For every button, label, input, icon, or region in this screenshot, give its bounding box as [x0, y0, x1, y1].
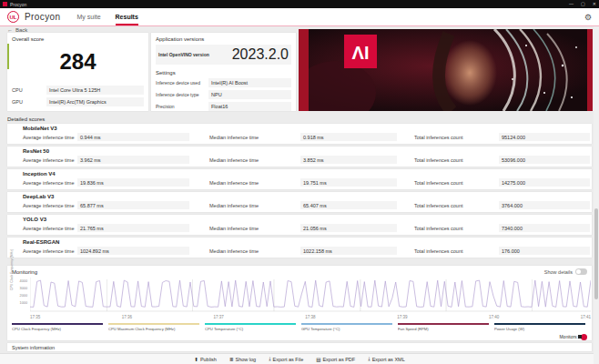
median-inference-value: 19.751 ms [300, 178, 397, 187]
median-inference-label: Median inference time [209, 135, 259, 140]
gear-icon[interactable]: ⚙ [584, 13, 592, 22]
avg-inference-label: Average inference time [23, 248, 74, 254]
model-name: Inception V4 [23, 171, 56, 177]
app-header: UL Procyon My suiteResults ⚙ [0, 8, 599, 25]
pdf-icon: ▤ [316, 357, 320, 362]
spec-row-gpu: GPUIntel(R) Arc(TM) Graphics [12, 97, 144, 106]
show-details-label: Show details [544, 269, 573, 275]
legend-label: Power Usage (W) [494, 327, 585, 331]
avg-inference-label: Average inference time [23, 135, 74, 140]
avg-inference-label: Average inference time [23, 180, 74, 186]
brand-title: Procyon [25, 12, 61, 22]
monitoring-chart: CPU Clock Frequency (MHz) 10002000300040… [12, 278, 587, 314]
avg-inference-value: 21.765 ms [77, 224, 189, 232]
legend-color-line [398, 323, 489, 325]
chart-x-ticks: 17:3517:3617:3717:3817:3917:4017:41 [30, 315, 591, 319]
minimize-button[interactable]: — [569, 0, 574, 8]
model-card-yolo-v3: YOLO V3Average inference time21.765 msMe… [7, 215, 592, 235]
bottom-toolbar: ⬆Publish≣Show log⤓Export as File▤Export … [0, 353, 599, 364]
version-row: Intel OpenVINO version2023.2.0 [156, 45, 291, 65]
toolbar-button-show-log[interactable]: ≣Show log [229, 357, 256, 362]
x-tick-label: 17:38 [305, 315, 315, 319]
nav-item-results[interactable]: Results [116, 8, 138, 25]
toolbar-button-label: Export as PDF [322, 357, 355, 362]
nav-item-my-suite[interactable]: My suite [77, 8, 101, 25]
setting-row: Inference device typeNPU [156, 90, 291, 99]
total-inferences-value: 176.000 [499, 247, 590, 255]
model-card-mobilenet-v3: MobileNet V3Average inference time0.944 … [7, 124, 592, 144]
overall-score-value: 284 [12, 49, 144, 75]
version-rows: Intel OpenVINO version2023.2.0 [156, 45, 291, 65]
median-inference-value: 0.918 ms [300, 133, 397, 141]
legend-label: CPU Maximum Clock Frequency (MHz) [108, 327, 199, 331]
vertical-scrollbar[interactable] [594, 26, 599, 364]
total-inferences-value: 53096.000 [499, 156, 590, 164]
setting-rows: Inference device usedIntel(R) AI BoostIn… [156, 78, 291, 111]
toolbar-button-label: Export as File [273, 357, 304, 362]
main-nav: My suiteResults [77, 8, 138, 25]
ai-logo: ΛI [352, 43, 370, 63]
total-inferences-value: 7340.000 [499, 224, 590, 232]
avg-inference-value: 0.944 ms [77, 133, 189, 141]
download-icon: ⤓ [368, 356, 370, 362]
settings-title: Settings [156, 70, 291, 76]
y-tick-label: 2000 [20, 294, 27, 298]
avg-inference-value: 1024.892 ms [77, 247, 189, 255]
chart-legend: CPU Clock Frequency (MHz)CPU Maximum Clo… [12, 323, 591, 331]
chart-plot-area [30, 278, 591, 312]
maximize-button[interactable]: ▢ [581, 0, 585, 8]
scrollbar-thumb[interactable] [594, 208, 598, 299]
toolbar-button-label: Publish [200, 357, 217, 362]
toolbar-button-export-as-pdf[interactable]: ▤Export as PDF [316, 357, 355, 362]
toolbar-button-publish[interactable]: ⬆Publish [194, 357, 217, 362]
legend-color-line [108, 323, 199, 325]
titlebar-app-name: Procyon [10, 2, 26, 7]
total-inferences-label: Total inferences count [414, 157, 463, 163]
log-icon: ≣ [229, 357, 234, 362]
spec-value: Intel(R) Arc(TM) Graphics [46, 97, 144, 106]
legend-label: Fan Speed (RPM) [398, 327, 489, 331]
total-inferences-label: Total inferences count [414, 248, 463, 254]
show-details-toggle[interactable] [575, 268, 587, 275]
setting-value: Intel(R) AI Boost [208, 78, 291, 87]
toolbar-button-export-as-file[interactable]: ⤓Export as File [269, 356, 303, 362]
toolbar-button-export-as-xml[interactable]: ⤓Export as XML [368, 356, 405, 362]
y-tick-label: 1000 [20, 301, 27, 305]
total-inferences-value: 14275.000 [499, 178, 590, 187]
hardware-specs: CPUIntel Core Ultra 5 125HGPUIntel(R) Ar… [12, 86, 144, 106]
avg-inference-value: 19.836 ms [77, 178, 189, 187]
median-inference-label: Median inference time [209, 226, 259, 231]
avg-inference-label: Average inference time [23, 203, 74, 208]
model-name: YOLO V3 [23, 217, 46, 222]
total-inferences-value: 3764.000 [499, 201, 590, 209]
setting-row: Inference device usedIntel(R) AI Boost [156, 78, 291, 87]
model-card-resnet-50: ResNet 50Average inference time3.962 msM… [7, 147, 592, 167]
legend-item: CPU Maximum Clock Frequency (MHz) [108, 323, 205, 331]
total-inferences-label: Total inferences count [414, 135, 463, 140]
monitoring-title: Monitoring [12, 269, 37, 275]
x-tick-label: 17:35 [30, 315, 40, 319]
upload-icon: ⬆ [194, 357, 198, 362]
legend-color-line [301, 323, 392, 325]
system-information-section[interactable]: System information [7, 343, 592, 351]
model-card-inception-v4: Inception V4Average inference time19.836… [7, 169, 592, 189]
spec-label: GPU [12, 99, 46, 105]
legend-item: CPU Clock Frequency (MHz) [12, 323, 108, 331]
download-icon: ⤓ [269, 356, 270, 362]
versions-title: Application versions [156, 36, 291, 42]
toolbar-button-label: Show log [236, 357, 257, 362]
setting-label: Precision [156, 104, 208, 110]
model-card-deeplab-v3: DeepLab V3Average inference time65.877 m… [7, 192, 592, 212]
legend-label: GPU Temperature (°C) [301, 327, 392, 331]
spec-value: Intel Core Ultra 5 125H [46, 86, 144, 95]
close-button[interactable]: ✕ [593, 0, 596, 8]
legend-item: Fan Speed (RPM) [398, 323, 494, 331]
monitors-label: Monitors: [559, 334, 578, 339]
x-tick-label: 17:37 [214, 315, 224, 319]
info-card: Application versions Intel OpenVINO vers… [151, 33, 296, 111]
hero-illustration: ΛI [299, 29, 593, 111]
total-inferences-value: 95124.000 [499, 133, 590, 141]
score-accent-bar [7, 44, 9, 69]
legend-item: GPU Temperature (°C) [301, 323, 398, 331]
monitoring-card: Monitoring Show details CPU Clock Freque… [7, 266, 592, 340]
